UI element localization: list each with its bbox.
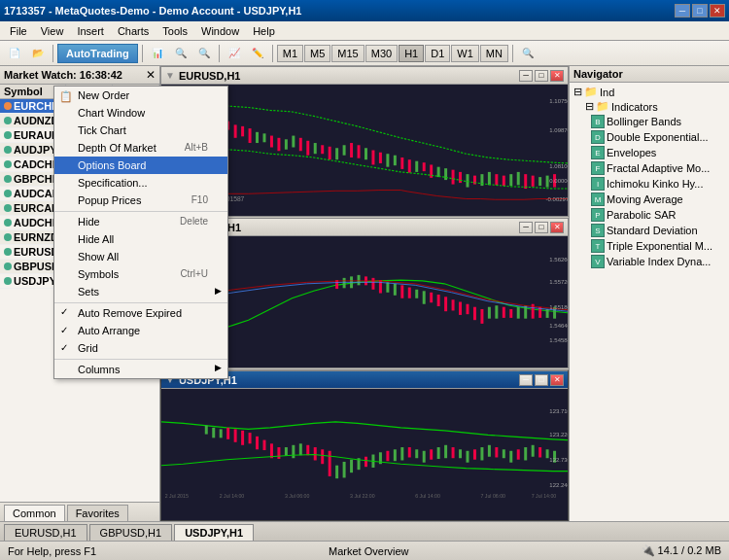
status-bar: For Help, press F1 Market Overview 🔌 14.… bbox=[0, 541, 729, 560]
chart-eurusd-maximize[interactable]: □ bbox=[535, 70, 548, 82]
cm-item-columns[interactable]: Columns bbox=[54, 359, 227, 378]
open-btn[interactable]: 📂 bbox=[27, 44, 49, 63]
svg-text:3 Jul 06:00: 3 Jul 06:00 bbox=[285, 493, 310, 499]
zoom-out-btn[interactable]: 🔍 bbox=[193, 44, 215, 63]
chart-tab-gbpusd[interactable]: GBPUSD,H1 bbox=[89, 524, 173, 541]
svg-text:123.220: 123.220 bbox=[549, 432, 568, 438]
zoom-in-btn[interactable]: 🔍 bbox=[170, 44, 191, 63]
cm-item-options-board[interactable]: Options Board bbox=[54, 157, 227, 174]
title-bar: 1713357 - MetaQuotes-Demo - Demo Account… bbox=[0, 0, 729, 21]
new-btn[interactable]: 📄 bbox=[4, 44, 25, 63]
svg-rect-45 bbox=[503, 176, 505, 186]
chart-eurusd-titlebar: ▼ EURUSD,H1 ─ □ ✕ bbox=[161, 67, 568, 85]
close-button[interactable]: ✕ bbox=[710, 4, 725, 18]
nav-ind-bollinger-icon: B bbox=[591, 115, 605, 128]
menu-help[interactable]: Help bbox=[247, 23, 281, 39]
chart-eurusd-title: EURUSD,H1 bbox=[179, 70, 241, 82]
chart-eurusd-minimize[interactable]: ─ bbox=[519, 70, 533, 82]
cm-item-grid[interactable]: ✓ Grid bbox=[54, 339, 227, 357]
toolbar-sep-3 bbox=[219, 45, 220, 62]
maximize-button[interactable]: □ bbox=[692, 4, 708, 18]
svg-rect-124 bbox=[415, 449, 418, 458]
cm-item-show-all[interactable]: Show All bbox=[54, 248, 227, 265]
nav-ind-dema[interactable]: D Double Exponential... bbox=[572, 129, 727, 145]
cm-auto-arrange-check: ✓ bbox=[60, 325, 68, 335]
nav-ind-dema-label: Double Exponential... bbox=[607, 131, 709, 143]
nav-ind-vidya[interactable]: V Variable Index Dyna... bbox=[572, 254, 727, 269]
svg-rect-106 bbox=[285, 447, 288, 456]
menu-view[interactable]: View bbox=[35, 23, 70, 39]
nav-ind-stddev[interactable]: S Standard Deviation bbox=[572, 223, 727, 238]
svg-rect-21 bbox=[329, 147, 331, 159]
svg-rect-40 bbox=[467, 174, 469, 187]
cm-item-chart-window[interactable]: Chart Window bbox=[54, 104, 227, 122]
toolbar-sep-2 bbox=[142, 45, 143, 62]
chart-tab-usdjpy[interactable]: USDJPY,H1 bbox=[174, 524, 254, 541]
tf-h1[interactable]: H1 bbox=[399, 45, 424, 62]
cm-item-specification[interactable]: Specification... bbox=[54, 174, 227, 192]
nav-ind-psar[interactable]: P Parabolic SAR bbox=[572, 207, 727, 223]
chart-tab-eurusd[interactable]: EURUSD,H1 bbox=[4, 524, 87, 541]
chart-usdjpy-minimize[interactable]: ─ bbox=[519, 374, 533, 386]
menu-charts[interactable]: Charts bbox=[112, 23, 155, 39]
chart-usdjpy-maximize[interactable]: □ bbox=[535, 374, 548, 386]
cm-item-hide-all[interactable]: Hide All bbox=[54, 230, 227, 248]
tf-d1[interactable]: D1 bbox=[425, 45, 450, 62]
tf-m5[interactable]: M5 bbox=[304, 45, 330, 62]
cm-item-auto-arrange[interactable]: ✓ Auto Arrange bbox=[54, 322, 227, 339]
nav-ind-envelopes[interactable]: E Envelopes bbox=[572, 145, 727, 160]
cm-item-depth-of-market[interactable]: Depth Of Market Alt+B bbox=[54, 139, 227, 157]
toolbar-sep-4 bbox=[272, 45, 273, 62]
cm-item-popup-prices[interactable]: Popup Prices F10 bbox=[54, 192, 227, 209]
cm-item-sets[interactable]: Sets bbox=[54, 283, 227, 300]
svg-rect-121 bbox=[394, 449, 397, 461]
cm-item-hide[interactable]: Hide Delete bbox=[54, 211, 227, 230]
nav-ind-tema[interactable]: T Triple Exponential M... bbox=[572, 238, 727, 254]
cm-depth-label: Depth Of Market bbox=[78, 142, 156, 154]
menu-file[interactable]: File bbox=[4, 23, 33, 39]
chart-gbpusd-minimize[interactable]: ─ bbox=[519, 222, 533, 233]
svg-rect-74 bbox=[444, 297, 447, 311]
menu-window[interactable]: Window bbox=[195, 23, 245, 39]
cm-new-order-label: New Order bbox=[78, 89, 129, 101]
tf-w1[interactable]: W1 bbox=[451, 45, 479, 62]
objects-btn[interactable]: ✏️ bbox=[247, 44, 268, 63]
chart-type-btn[interactable]: 📊 bbox=[147, 44, 168, 63]
svg-rect-47 bbox=[517, 172, 520, 185]
chart-eurusd-close[interactable]: ✕ bbox=[550, 70, 564, 82]
cm-symbols-label: Symbols bbox=[78, 268, 119, 280]
indicators-btn[interactable]: 📈 bbox=[224, 44, 245, 63]
cm-item-auto-remove[interactable]: ✓ Auto Remove Expired bbox=[54, 302, 227, 322]
nav-item-indicators[interactable]: ⊟ 📁 Indicators bbox=[572, 99, 727, 114]
tab-favorites[interactable]: Favorites bbox=[67, 505, 128, 521]
tf-m15[interactable]: M15 bbox=[331, 45, 364, 62]
chart-usdjpy-close[interactable]: ✕ bbox=[550, 374, 564, 386]
nav-ind-ma-icon: M bbox=[591, 192, 605, 206]
tf-mn[interactable]: MN bbox=[480, 45, 508, 62]
search-btn[interactable]: 🔍 bbox=[517, 44, 538, 63]
nav-ind-ma[interactable]: M Moving Average bbox=[572, 192, 727, 207]
menu-tools[interactable]: Tools bbox=[156, 23, 193, 39]
chart-gbpusd-maximize[interactable]: □ bbox=[535, 222, 548, 233]
cm-item-tick-chart[interactable]: Tick Chart bbox=[54, 122, 227, 139]
chart-gbpusd-close[interactable]: ✕ bbox=[550, 222, 564, 233]
minimize-button[interactable]: ─ bbox=[675, 4, 690, 18]
tab-common[interactable]: Common bbox=[4, 505, 65, 521]
nav-item-ind[interactable]: ⊟ 📁 Ind bbox=[572, 85, 727, 99]
market-watch-close[interactable]: ✕ bbox=[146, 68, 156, 82]
cm-item-new-order[interactable]: 📋 New Order bbox=[54, 87, 227, 104]
svg-rect-49 bbox=[532, 176, 535, 187]
nav-ind-bollinger[interactable]: B Bollinger Bands bbox=[572, 114, 727, 129]
svg-rect-13 bbox=[270, 136, 273, 148]
svg-rect-15 bbox=[285, 139, 288, 149]
nav-ind-ichimoku[interactable]: I Ichimoku Kinko Hy... bbox=[572, 176, 727, 192]
tf-m1[interactable]: M1 bbox=[277, 45, 303, 62]
nav-expand-icon-2: ⊟ bbox=[585, 100, 594, 113]
cm-item-symbols[interactable]: Symbols Ctrl+U bbox=[54, 265, 227, 283]
nav-folder-icon-2: 📁 bbox=[596, 100, 609, 113]
tf-m30[interactable]: M30 bbox=[365, 45, 398, 62]
nav-ind-frama[interactable]: F Fractal Adaptive Mo... bbox=[572, 160, 727, 176]
menu-insert[interactable]: Insert bbox=[71, 23, 110, 39]
autotrading-button[interactable]: AutoTrading bbox=[57, 44, 138, 63]
cm-popup-prices-shortcut: F10 bbox=[191, 194, 208, 205]
